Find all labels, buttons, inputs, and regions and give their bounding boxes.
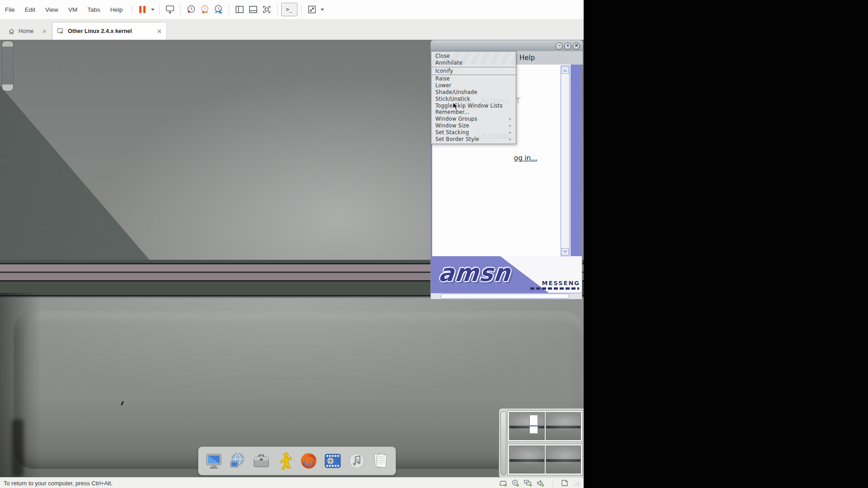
menu-item-set-border-style[interactable]: Set Border Style» [431,136,516,143]
scrollbar-thumb[interactable] [441,294,569,299]
menu-vm[interactable]: VM [63,0,82,19]
amsn-messenger-text: MESSENG [542,280,580,286]
dock-icon-network-globe[interactable] [227,450,248,471]
desktop-shelf-handle[interactable] [2,41,14,91]
pager-row-1 [507,410,583,442]
tab-bar: Home ✕ Other Linux 2.4.x kernel ✕ [0,19,584,40]
pager-desktop-1[interactable] [509,412,545,440]
hard-disk-icon[interactable] [499,479,507,487]
submenu-arrow-icon: » [509,129,511,136]
tab-close-icon[interactable]: ✕ [42,28,47,35]
maximize-button[interactable]: + [564,42,571,50]
tab-close-icon[interactable]: ✕ [157,28,162,35]
sound-icon[interactable] [537,479,545,487]
revert-snapshot-button[interactable] [198,3,212,16]
menu-tabs[interactable]: Tabs [82,0,105,19]
tab-home[interactable]: Home ✕ [4,23,52,40]
submenu-arrow-icon: » [509,116,511,122]
black-letterbox [584,0,868,488]
chevron-down-icon [151,9,155,11]
menu-item-window-size[interactable]: Window Size» [431,122,516,129]
menu-item-shade-unshade[interactable]: Shade/Unshade [431,89,516,96]
scroll-down-icon[interactable] [561,248,569,255]
menu-item-iconify[interactable]: Iconify [431,68,516,75]
pause-dropdown[interactable] [149,3,156,16]
menu-help[interactable]: Help [105,0,128,19]
show-library-button[interactable] [233,3,246,16]
send-ctrl-alt-del-button[interactable] [163,3,177,16]
pager-desktop-2[interactable] [546,412,581,440]
tab-vm-other-linux[interactable]: Other Linux 2.4.x kernel ✕ [52,22,167,40]
fullscreen-button[interactable] [260,3,274,16]
close-button[interactable]: ✕ [573,42,580,50]
menu-view[interactable]: View [40,0,63,19]
amsn-horizontal-scrollbar[interactable] [430,293,582,300]
toolbar-separator [132,5,132,14]
resize-grip[interactable] [573,480,579,486]
snapshot-revert-icon [199,4,210,15]
vm-console[interactable]: – + ✕ Help aMSN Actions T offline Langua… [0,40,584,477]
menu-separator [431,75,516,75]
scroll-up-icon[interactable] [561,66,569,74]
split-vertical-icon [235,5,245,14]
pause-icon [139,6,146,13]
dock-icon-firefox[interactable] [298,450,319,471]
amsn-login-link[interactable]: og in... [514,154,537,162]
snapshot-take-icon [186,4,197,15]
menu-item-annihilate[interactable]: Annihilate [431,60,516,66]
pager-handle[interactable] [500,411,506,475]
pager-desktop-4[interactable] [546,446,581,474]
resize-display-button[interactable] [305,3,319,16]
take-snapshot-button[interactable] [184,3,198,16]
dock-icon-music-player[interactable] [346,450,367,471]
toolbar-separator [180,5,181,14]
menu-item-raise[interactable]: Raise [431,75,516,82]
show-thumbnail-bar-button[interactable] [246,3,260,16]
toolbar-separator [301,5,302,14]
minimize-button[interactable]: – [556,42,563,50]
fullscreen-brackets-icon [262,5,272,14]
dock-icon-briefcase[interactable] [251,450,272,471]
amsn-titlebar[interactable]: – + ✕ [430,40,583,52]
status-message: To return to your computer, press Ctrl+A… [4,480,113,487]
dock-icon-documents[interactable] [370,450,391,471]
manage-snapshots-button[interactable] [212,3,225,16]
amsn-banner: amsn MESSENG [430,256,582,293]
menu-item-close[interactable]: Close [431,53,516,60]
resize-display-dropdown[interactable] [319,3,325,16]
amsn-vertical-scrollbar[interactable] [561,66,570,256]
menu-item-window-groups[interactable]: Window Groups» [431,116,516,122]
dock-bar [198,446,396,475]
dock-icon-aim-messenger[interactable] [275,450,296,471]
vm-tab-icon [57,28,64,35]
menu-item-stick-unstick[interactable]: Stick/Unstick [431,96,516,103]
dock-icon-video-player[interactable] [322,450,343,471]
window-context-menu: Close Annihilate Iconify Raise Lower Sha… [431,51,516,144]
split-horizontal-icon [248,5,258,14]
cd-dvd-icon[interactable] [511,479,519,487]
terminal-button[interactable]: >_ [281,3,297,16]
menu-item-toggle-skip-window-lists[interactable]: Toggle Skip Window Lists [431,103,516,109]
submenu-arrow-icon: » [509,122,511,129]
screenshot-stage: File Edit View VM Tabs Help [0,0,868,488]
menu-item-set-stacking[interactable]: Set Stacking» [431,129,516,136]
wallpaper-smear [12,419,24,477]
network-adapter-icon[interactable] [524,479,533,487]
menu-item-remember[interactable]: Remember... [431,109,516,116]
pause-button[interactable] [136,3,149,16]
mouse-cursor [453,102,459,110]
menu-item-lower[interactable]: Lower [431,82,516,89]
amsn-menu-help[interactable]: Help [519,54,535,62]
message-log-icon[interactable] [561,479,569,487]
toolbar-separator [159,5,160,14]
toolbar-separator [229,5,229,14]
menu-edit[interactable]: Edit [20,0,40,19]
pager-mini-window [529,415,538,434]
monitor-arrow-icon [165,5,175,14]
dock-icon-my-computer[interactable] [203,450,224,471]
menu-file[interactable]: File [0,0,20,19]
pager-row-2 [507,444,583,475]
pager-desktop-3[interactable] [509,446,545,474]
tab-label: Home [19,28,33,34]
chevron-down-icon [321,9,324,11]
